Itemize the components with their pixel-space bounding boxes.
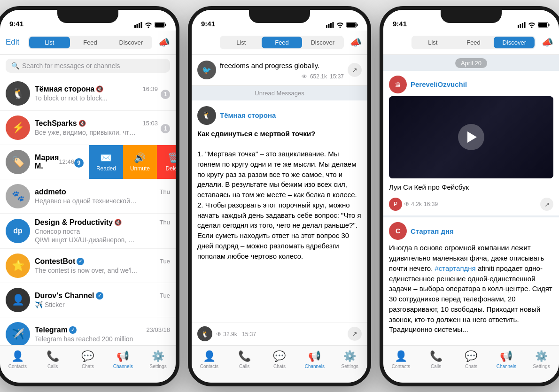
feed-top-meta: 👁 652.1k 15:37	[220, 73, 344, 80]
tab-settings-1[interactable]: ⚙️ Settings	[140, 350, 176, 369]
chat-item-telegram[interactable]: ✈️ Telegram ✓ 23/03/18 Telegram has reac…	[0, 317, 176, 345]
chat-time-contestbot: Tue	[160, 258, 170, 265]
phone3-header: List Feed Discover 📣	[383, 31, 559, 55]
seg-discover-1[interactable]: Discover	[110, 37, 151, 48]
avatar-telegram: ✈️	[6, 322, 30, 345]
chat-time-durov: Tue	[160, 292, 170, 299]
tab-chats-2[interactable]: 💬 Chats	[262, 350, 297, 369]
feed-post-bottom-meta: 👁 32.9k 15:37	[216, 330, 348, 338]
video-bg	[389, 96, 553, 178]
phone-3: 9:41 List Feed Discover 📣 April 20	[380, 6, 559, 386]
seg-list-3[interactable]: List	[412, 37, 453, 48]
swipe-readed[interactable]: ✉️ Readed	[89, 145, 123, 179]
post2-header: С Стартап дня	[383, 217, 559, 243]
swipe-delete[interactable]: 🗑️ Delete	[157, 145, 176, 179]
phone2-header: List Feed Discover 📣	[192, 31, 367, 55]
post1-share[interactable]: ↗	[540, 198, 553, 211]
seg-feed-1[interactable]: Feed	[70, 37, 111, 48]
svg-rect-19	[538, 23, 547, 27]
feed-main-avatar: 🐧	[197, 106, 216, 125]
svg-rect-10	[333, 22, 334, 28]
tab-contacts-1[interactable]: 👤 Contacts	[0, 350, 35, 369]
chat-name-tech: TechSparks 🔇	[35, 119, 86, 128]
chat-preview-dp: Спонсор поста	[35, 228, 138, 235]
chat-preview-temn: To block or not to block...	[35, 94, 138, 102]
chats-label-3: Chats	[465, 364, 477, 369]
feed-top-text-wrapper: freedoms and progress globally. 👁 652.1k…	[220, 61, 344, 80]
feed-channel-header: 🐧 Тёмная сторона	[197, 106, 362, 125]
svg-rect-13	[357, 23, 358, 26]
feed-post-share[interactable]: ↗	[348, 327, 362, 341]
chat-item-swipe[interactable]: 🏷️ Мария М. 12:46 9 ✉️ Readed	[0, 145, 176, 179]
tab-channels-3[interactable]: 📢 Channels	[489, 350, 524, 369]
mute-icon-tech: 🔇	[78, 120, 86, 127]
seg-list-1[interactable]: List	[29, 37, 70, 48]
tab-contacts-3[interactable]: 👤 Contacts	[383, 350, 419, 369]
svg-rect-15	[520, 24, 521, 28]
mute-icon-dp: 🔇	[114, 219, 122, 226]
feed-post-bottom-avatar: 🐧	[197, 326, 212, 341]
status-time-2: 9:41	[201, 20, 215, 28]
tab-contacts-2[interactable]: 👤 Contacts	[192, 350, 227, 369]
chats-icon-1: 💬	[81, 350, 94, 362]
calls-icon-1: 📞	[47, 350, 59, 362]
feed-top-text: freedoms and progress globally.	[220, 61, 344, 70]
phones-container: 9:41 Edit List Feed Discover 📣 🔍 Search …	[0, 6, 559, 386]
contacts-label-2: Contacts	[200, 364, 218, 369]
chat-name-contestbot: ContestBot ✓	[35, 257, 84, 266]
tab-bar-2: 👤 Contacts 📞 Calls 💬 Chats 📢 Channels ⚙️…	[192, 345, 367, 383]
tab-channels-2[interactable]: 📢 Channels	[297, 350, 332, 369]
search-bar-1[interactable]: 🔍 Search for messages or channels	[6, 59, 170, 73]
wifi-icon	[145, 22, 152, 28]
settings-label-1: Settings	[150, 364, 167, 369]
svg-rect-2	[139, 23, 140, 28]
post1-avatar-row: P 👁 4.2k 16:39	[389, 198, 438, 211]
tab-calls-2[interactable]: 📞 Calls	[227, 350, 262, 369]
seg-feed-3[interactable]: Feed	[453, 37, 494, 48]
seg-discover-2[interactable]: Discover	[302, 37, 343, 48]
verified-icon-contestbot: ✓	[77, 258, 84, 265]
chat-item-durov[interactable]: 👤 Durov's Channel ✓ Tue ✈️ Sticker	[0, 283, 176, 317]
post1-views: 👁 4.2k	[404, 201, 422, 208]
chat-info-durov: Durov's Channel ✓ Tue ✈️ Sticker	[35, 292, 170, 308]
chat-item-temn[interactable]: 🐧 Тёмная сторона 🔇 16:39 To block or not…	[0, 77, 176, 111]
chat-time-dp: Thu	[160, 219, 170, 226]
seg-list-2[interactable]: List	[221, 37, 262, 48]
swipe-actions: ✉️ Readed 🔊 Unmute 🗑️ Delete	[89, 145, 176, 179]
announce-icon-1[interactable]: 📣	[156, 37, 170, 48]
seg-feed-2[interactable]: Feed	[262, 37, 303, 48]
post1-video[interactable]: 2:40	[389, 96, 553, 178]
announce-icon-3[interactable]: 📣	[539, 37, 553, 48]
chat-item-tech[interactable]: ⚡ TechSparks 🔇 15:03 Все уже, видимо, пр…	[0, 111, 176, 145]
channels-icon-1: 📢	[116, 350, 129, 362]
badge-temn: 1	[161, 90, 170, 99]
post1-bottom: P 👁 4.2k 16:39 ↗	[383, 196, 559, 215]
edit-button[interactable]: Edit	[6, 38, 24, 47]
swipe-unmute[interactable]: 🔊 Unmute	[123, 145, 157, 179]
tab-chats-3[interactable]: 💬 Chats	[454, 350, 489, 369]
tab-calls-1[interactable]: 📞 Calls	[35, 350, 70, 369]
contacts-icon-2: 👤	[203, 350, 216, 362]
chat-item-contestbot[interactable]: ⭐ ContestBot ✓ Tue The contest is now ov…	[0, 249, 176, 283]
delete-icon: 🗑️	[168, 152, 176, 163]
chat-item-dp[interactable]: dp Design & Productivity 🔇 Thu Спонсор п…	[0, 214, 176, 249]
unmute-icon: 🔊	[134, 152, 146, 163]
tab-settings-3[interactable]: ⚙️ Settings	[524, 350, 559, 369]
tab-settings-2[interactable]: ⚙️ Settings	[332, 350, 367, 369]
post1-avatar: 🏛	[389, 76, 407, 93]
seg-discover-3[interactable]: Discover	[494, 37, 535, 48]
calls-label-1: Calls	[47, 364, 58, 369]
announce-icon-2[interactable]: 📣	[348, 37, 362, 48]
readed-icon: ✉️	[100, 152, 112, 163]
post2-avatar: С	[389, 222, 407, 240]
svg-rect-8	[328, 24, 330, 28]
tab-calls-3[interactable]: 📞 Calls	[419, 350, 454, 369]
feed-top-share[interactable]: ↗	[348, 63, 362, 77]
search-placeholder-1: Search for messages or channels	[22, 62, 120, 69]
chat-item-add[interactable]: 🐾 addmeto Thu Недавно на одной техническ…	[0, 179, 176, 214]
play-button[interactable]	[458, 124, 484, 150]
tab-channels-1[interactable]: 📢 Channels	[105, 350, 140, 369]
tab-chats-1[interactable]: 💬 Chats	[70, 350, 106, 369]
feed-long-text: Как сдвинуться с мертвой точки? 1. "Мерт…	[197, 129, 362, 261]
chat-name-swipe: Мария М.	[35, 154, 59, 170]
